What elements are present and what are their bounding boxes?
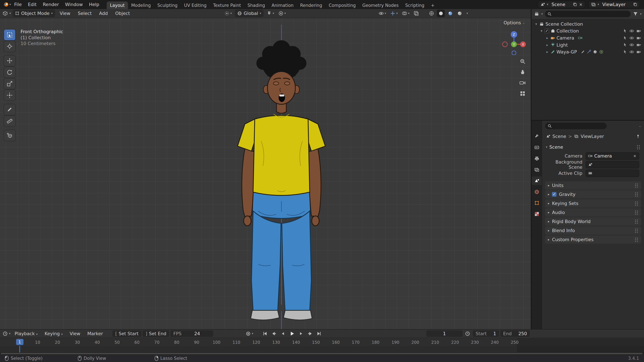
viewlayer-selector[interactable]: ▾ ViewLayer [589,1,640,8]
outliner-row-collection[interactable]: ▾ ✓ Collection [532,27,643,34]
tool-add-cube[interactable] [4,130,15,141]
pivot-point-dropdown[interactable]: ▾ [223,10,233,17]
outliner-row-scene-collection[interactable]: ▾ Scene Collection [532,20,643,27]
hide-eye-icon[interactable] [629,35,634,40]
timeline-editor-icon[interactable] [2,331,8,336]
set-start-button[interactable]: [Set Start [112,330,142,337]
mode-dropdown[interactable]: Object Mode ▾ [12,10,55,17]
pan-hand-icon[interactable] [520,69,526,75]
material-icon[interactable] [593,50,598,54]
disclosure-icon[interactable]: ▸ [546,36,549,40]
show-gizmo-dropdown[interactable]: ▾ [389,10,399,17]
playhead-chip[interactable]: 1 [16,339,24,345]
new-scene-icon[interactable] [573,2,577,7]
menu-help[interactable]: Help [86,1,102,8]
tab-render[interactable] [532,143,542,152]
outliner-editor-icon[interactable] [534,11,539,16]
menu-render[interactable]: Render [40,1,62,8]
grease-pencil-character[interactable] [0,18,531,329]
menu-view[interactable]: View [57,10,73,17]
menu-window[interactable]: Window [62,1,86,8]
section-blend-info[interactable]: ▸Blend Info [545,226,641,235]
next-keyframe-button[interactable] [306,330,314,337]
shading-rendered-button[interactable] [456,10,464,17]
section-gravity[interactable]: ▸✓Gravity [545,190,641,198]
preview-range-icon[interactable] [465,331,470,336]
menu-add[interactable]: Add [96,10,111,17]
start-frame-field[interactable]: Start 1 [473,330,499,337]
chevron-down-icon[interactable]: ▾ [9,332,10,335]
add-workspace-button[interactable]: + [428,1,438,9]
toggle-xray-button[interactable] [412,10,420,17]
disable-render-icon[interactable] [636,35,641,40]
workspace-tab-shading[interactable]: Shading [244,1,268,9]
toggle-ortho-icon[interactable] [520,91,526,96]
selectable-icon[interactable] [623,49,627,54]
outliner-row-waya-gp[interactable]: ▸ Waya-GP [532,48,643,55]
snap-toggle[interactable]: ▾ [265,10,276,17]
drag-handle[interactable] [634,201,638,206]
jump-to-end-button[interactable] [315,330,323,337]
breadcrumb-scene[interactable]: Scene [552,134,566,139]
menu-marker[interactable]: Marker [84,330,106,337]
tab-world[interactable] [532,188,542,196]
drag-handle[interactable] [634,192,638,197]
next-frame-button[interactable] [297,330,305,337]
menu-object[interactable]: Object [112,10,133,17]
disable-render-icon[interactable] [636,28,641,33]
disclosure-icon[interactable]: ▸ [546,43,549,47]
chevron-down-icon[interactable]: ⌄ [639,124,641,127]
tab-object[interactable] [532,199,542,207]
section-keying-sets[interactable]: ▸Keying Sets [545,199,641,207]
current-frame-field[interactable]: 1 [426,330,462,337]
menu-keying[interactable]: Keying ▾ [42,330,66,337]
blender-logo-icon[interactable] [2,1,9,8]
prev-keyframe-button[interactable] [270,330,278,337]
timeline-tracks[interactable] [0,346,644,353]
play-button[interactable] [288,330,296,337]
tool-move[interactable] [4,55,15,66]
animation-data-icon[interactable] [599,50,604,54]
set-end-button[interactable]: ]Set End [142,330,169,337]
workspace-tab-geometry-nodes[interactable]: Geometry Nodes [359,1,402,9]
drag-handle[interactable] [634,228,638,233]
scrollbar-handle[interactable] [1,353,642,354]
viewport-options-dropdown[interactable]: Options⌄ [504,20,525,25]
hide-eye-icon[interactable] [629,42,634,47]
transform-orientation-dropdown[interactable]: Global ▾ [234,10,264,17]
tool-annotate[interactable] [4,104,15,115]
workspace-tab-scripting[interactable]: Scripting [402,1,428,9]
outliner-row-light[interactable]: ▸ Light [532,41,643,48]
playhead-line[interactable] [19,346,20,353]
filter-icon[interactable] [633,11,638,16]
selectable-icon[interactable] [623,28,627,33]
tool-rotate[interactable] [4,67,15,78]
section-rigid-body-world[interactable]: ▸Rigid Body World [545,217,641,226]
outliner-search-input[interactable] [545,11,631,17]
scene-panel-header[interactable]: ▾ Scene [542,141,644,152]
disable-render-icon[interactable] [636,49,641,54]
show-overlays-dropdown[interactable]: ▾ [401,10,411,17]
disclosure-icon[interactable]: ▾ [534,22,538,26]
hide-eye-icon[interactable] [629,49,634,54]
fps-field[interactable]: FPS 24 [170,330,213,337]
properties-search-input[interactable] [545,123,606,129]
tool-box-select[interactable] [4,29,15,40]
selectable-icon[interactable] [623,35,627,40]
collection-checkbox[interactable]: ✓ [544,29,549,33]
zoom-icon[interactable] [520,58,526,64]
camera-data-icon[interactable] [578,36,582,40]
tool-scale[interactable] [4,78,15,89]
workspace-tab-modeling[interactable]: Modeling [128,1,154,9]
play-reverse-button[interactable] [279,330,287,337]
outliner-row-camera[interactable]: ▸ Camera [532,34,643,41]
menu-playback[interactable]: Playback ▾ [12,330,40,337]
workspace-tab-layout[interactable]: Layout [107,1,128,9]
workspace-tab-animation[interactable]: Animation [268,1,297,9]
timeline-ruler[interactable]: 1 10203040506070809010011012013014015016… [0,338,644,346]
panel-drag-handle[interactable] [636,145,640,149]
menu-view[interactable]: View [67,330,83,337]
tool-measure[interactable] [4,116,15,126]
show-object-types-dropdown[interactable]: ▾ [377,10,387,17]
jump-to-start-button[interactable] [261,330,269,337]
